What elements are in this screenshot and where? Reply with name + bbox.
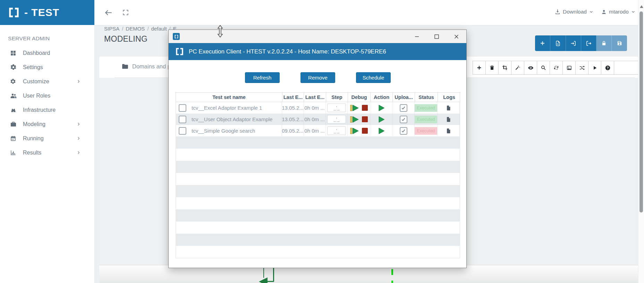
schedule-dialog-button[interactable]: Schedule [356, 72, 391, 83]
upload-checkbox[interactable] [400, 116, 407, 123]
sign-in-button[interactable] [566, 35, 581, 51]
refresh-dialog-button[interactable]: Refresh [245, 72, 280, 83]
sidebar-item-settings[interactable]: Settings [0, 60, 94, 74]
debug-step-icon[interactable] [350, 105, 359, 111]
briefcase-icon [10, 121, 18, 127]
crop-button[interactable] [499, 61, 511, 74]
logs-file-icon[interactable] [446, 127, 451, 134]
sidebar-item-label: Results [23, 150, 41, 156]
sidebar-item-results[interactable]: Results [0, 145, 94, 160]
image-button[interactable] [563, 61, 576, 74]
shuffle-button[interactable] [576, 61, 588, 74]
debug-step-icon[interactable] [350, 127, 359, 134]
page-title: MODELING [104, 34, 147, 44]
step-input[interactable]: _'_ [327, 115, 346, 124]
step-input[interactable]: _'_ [327, 103, 346, 112]
sidebar-item-user-roles[interactable]: User Roles [0, 89, 94, 103]
add-node-button[interactable] [473, 61, 486, 74]
brand-logo[interactable]: - TEST [0, 0, 94, 25]
lock-button[interactable] [596, 35, 612, 51]
row-checkbox[interactable] [179, 104, 186, 112]
minimize-button[interactable] [412, 33, 422, 40]
row-checkbox[interactable] [179, 127, 186, 135]
page-scrollbar[interactable] [638, 0, 644, 283]
maximize-button[interactable] [431, 33, 442, 40]
panel-header: Domains and pro [121, 63, 176, 70]
gear-icon [10, 64, 18, 70]
eye-button[interactable] [524, 61, 537, 74]
logs-file-icon[interactable] [446, 105, 451, 111]
diagram-connector-line [263, 268, 264, 278]
breadcrumb-separator: / [122, 26, 123, 32]
dashboard-grid-icon [10, 50, 18, 56]
table-row: tcv__User Object Adaptor Example 13.05.2… [176, 114, 460, 125]
download-icon [554, 9, 561, 15]
debug-step-icon[interactable] [350, 116, 359, 123]
download-menu[interactable]: Download [554, 9, 594, 15]
bar-chart-icon [10, 150, 18, 156]
scrollbar-thumb[interactable] [639, 11, 643, 213]
delete-button[interactable] [486, 61, 499, 74]
sidebar-item-infrastructure[interactable]: Infrastructure [0, 103, 94, 117]
user-name: mtarodo [609, 9, 629, 15]
play-icon[interactable] [378, 127, 385, 134]
dialog-header: PC Execution Client - HTEST v.2.0.2.24 -… [169, 43, 466, 60]
stop-icon[interactable] [362, 105, 368, 111]
binoculars-icon [10, 107, 18, 113]
upload-checkbox[interactable] [400, 104, 407, 112]
sidebar-item-running[interactable]: Running [0, 131, 94, 145]
chevron-down-icon [631, 9, 636, 14]
breadcrumb-item[interactable]: DEMOS [126, 26, 145, 32]
search-button[interactable] [537, 61, 550, 74]
help-button[interactable] [601, 61, 614, 74]
breadcrumb-item[interactable]: SIPSA [104, 26, 119, 32]
sidebar-item-label: Infrastructure [23, 107, 56, 113]
status-badge: Executed [415, 116, 438, 123]
fullscreen-icon[interactable] [122, 9, 129, 16]
last-duration-cell: 0h 0m ... [304, 114, 326, 125]
empty-table-row [176, 222, 460, 234]
scrollbar-up-arrow[interactable] [640, 5, 643, 8]
magic-wand-button[interactable] [511, 61, 524, 74]
remove-dialog-button[interactable]: Remove [300, 72, 335, 83]
diagram-dashed-line [391, 281, 393, 283]
diagram-toolbar [473, 61, 638, 75]
step-input[interactable]: _'_ [327, 126, 346, 135]
row-checkbox[interactable] [179, 116, 186, 123]
file-code-button[interactable] [550, 35, 566, 51]
empty-table-row [176, 161, 460, 173]
play-icon[interactable] [378, 105, 385, 111]
run-button[interactable] [588, 61, 601, 74]
last-duration-cell: 0h 0m ... [304, 125, 326, 136]
play-icon[interactable] [378, 116, 385, 123]
back-button[interactable] [104, 8, 113, 17]
logs-file-icon[interactable] [446, 116, 451, 123]
sidebar-item-dashboard[interactable]: Dashboard [0, 46, 94, 60]
stop-icon[interactable] [362, 128, 368, 134]
sidebar-item-customize[interactable]: Customize [0, 74, 94, 89]
sidebar-item-modeling[interactable]: Modeling [0, 117, 94, 131]
dialog-titlebar[interactable] [169, 30, 466, 43]
user-menu[interactable]: mtarodo [601, 9, 636, 15]
table-row: tcv__Excel Adaptor Example 1 13.05.2... … [176, 102, 460, 114]
diagram-connector-line [266, 281, 274, 282]
add-button[interactable] [535, 35, 550, 51]
sidebar-item-label: Dashboard [23, 50, 50, 56]
download-label: Download [563, 9, 587, 15]
column-header: Step [326, 93, 348, 102]
empty-table-row [176, 209, 460, 222]
refresh-button[interactable] [550, 61, 563, 74]
column-header: Last E... [304, 93, 326, 102]
test-set-name: tcv__User Object Adaptor Example [192, 116, 272, 122]
sign-out-button[interactable] [581, 35, 596, 51]
close-button[interactable] [451, 33, 461, 40]
save-button[interactable] [612, 35, 627, 51]
upload-checkbox[interactable] [400, 127, 407, 135]
stop-icon[interactable] [362, 116, 368, 122]
breadcrumb-item[interactable]: default [151, 26, 167, 32]
pc-execution-client-dialog: PC Execution Client - HTEST v.2.0.2.24 -… [168, 30, 467, 268]
empty-table-row [176, 173, 460, 185]
app-icon [173, 33, 180, 40]
sidebar-item-label: Settings [23, 64, 43, 70]
empty-table-row [176, 136, 460, 149]
